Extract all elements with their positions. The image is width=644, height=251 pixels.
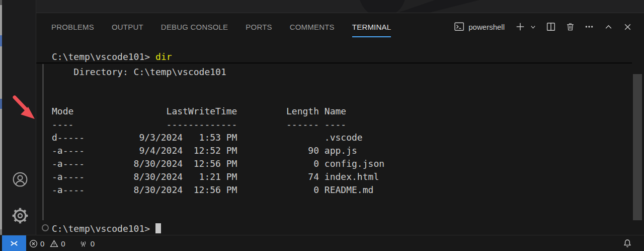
terminal-prompt: C:\temp\vscode101> bbox=[52, 223, 150, 234]
error-icon bbox=[29, 239, 38, 248]
vscode-window: PROBLEMS OUTPUT DEBUG CONSOLE PORTS COMM… bbox=[0, 0, 644, 251]
terminal-shell-item[interactable]: powershell bbox=[454, 22, 505, 31]
terminal-cursor bbox=[155, 223, 161, 233]
panel-header: PROBLEMS OUTPUT DEBUG CONSOLE PORTS COMM… bbox=[36, 13, 644, 40]
command-decoration-ring[interactable] bbox=[42, 224, 49, 231]
bell-icon bbox=[623, 239, 632, 248]
terminal-output: Directory: C:\temp\vscode101 Mode LastWr… bbox=[52, 66, 384, 197]
tab-debug-console[interactable]: DEBUG CONSOLE bbox=[161, 13, 228, 40]
terminal-icon bbox=[454, 22, 464, 31]
panel-actions: powershell bbox=[454, 13, 632, 40]
terminal-command: dir bbox=[155, 51, 172, 62]
new-terminal-button[interactable] bbox=[516, 22, 525, 31]
tab-output[interactable]: OUTPUT bbox=[112, 13, 143, 40]
terminal-scrollbar-thumb[interactable] bbox=[633, 74, 642, 220]
panel-tabs: PROBLEMS OUTPUT DEBUG CONSOLE PORTS COMM… bbox=[51, 13, 409, 40]
split-terminal-button[interactable] bbox=[546, 22, 555, 31]
ports-status[interactable]: 0 bbox=[78, 239, 98, 248]
remote-indicator[interactable] bbox=[2, 235, 26, 251]
tab-ports[interactable]: PORTS bbox=[246, 13, 272, 40]
problems-status[interactable]: 0 0 bbox=[29, 239, 68, 248]
terminal-viewport[interactable]: C:\temp\vscode101>dir Directory: C:\temp… bbox=[36, 40, 644, 234]
editor-strip bbox=[36, 0, 644, 13]
maximize-panel-chevron-up-icon[interactable] bbox=[604, 22, 613, 31]
tab-problems[interactable]: PROBLEMS bbox=[51, 13, 94, 40]
sticky-scroll-shadow bbox=[36, 62, 632, 64]
broadcast-tower-icon bbox=[78, 239, 88, 248]
settings-gear-icon[interactable] bbox=[12, 208, 28, 224]
more-actions-ellipsis-icon[interactable] bbox=[585, 22, 594, 31]
terminal-command-line: C:\temp\vscode101>dir bbox=[52, 50, 172, 63]
shell-label: powershell bbox=[468, 23, 505, 31]
wallpaper-shape bbox=[36, 0, 644, 13]
terminal-prompt: C:\temp\vscode101> bbox=[52, 51, 150, 62]
remote-indicator-icon bbox=[10, 239, 19, 248]
ports-count: 0 bbox=[91, 239, 98, 248]
terminal-gutter-line bbox=[42, 64, 44, 220]
warning-icon bbox=[50, 239, 58, 248]
kill-terminal-trash-icon[interactable] bbox=[566, 22, 575, 31]
activity-bar bbox=[2, 0, 36, 235]
launch-profile-chevron-down-icon[interactable] bbox=[530, 22, 536, 31]
status-bar: 0 0 0 bbox=[0, 235, 644, 251]
tab-terminal[interactable]: TERMINAL bbox=[352, 13, 391, 40]
notifications-bell[interactable] bbox=[623, 235, 632, 251]
tab-comments[interactable]: COMMENTS bbox=[290, 13, 335, 40]
close-panel-icon[interactable] bbox=[623, 22, 632, 31]
status-bar-items: 0 0 0 bbox=[29, 235, 98, 251]
error-count: 0 bbox=[40, 239, 47, 248]
account-icon[interactable] bbox=[12, 171, 28, 187]
warning-count: 0 bbox=[61, 239, 68, 248]
terminal-input-line[interactable]: C:\temp\vscode101> bbox=[52, 222, 161, 235]
